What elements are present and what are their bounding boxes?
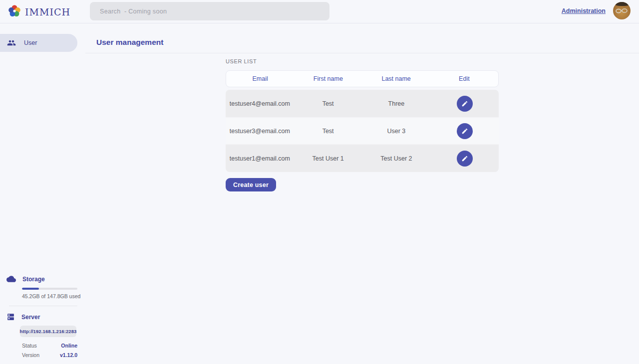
server-section: Server http://192.168.1.216:2283 Status … [0,313,85,358]
cell-last-name: Test User 2 [362,155,431,162]
cell-email: testuser1@email.com [226,155,294,162]
server-version-value: v1.12.0 [60,352,77,358]
storage-section: Storage 45.2GB of 147.8GB used [0,274,85,299]
sidebar-item-user[interactable]: User [0,34,77,52]
cell-first-name: Test [294,100,362,107]
table-header-row: Email First name Last name Edit [226,70,499,87]
server-url-badge: http://192.168.1.216:2283 [20,326,76,337]
pencil-icon [461,155,468,162]
column-header-last-name: Last name [362,75,430,82]
users-group-icon [7,38,16,47]
storage-progress-bar [22,288,77,290]
server-status-label: Status [22,343,37,349]
column-header-first-name: First name [294,75,362,82]
user-avatar[interactable] [613,2,631,19]
storage-usage-text: 45.2GB of 147.8GB used [22,293,85,299]
column-header-edit: Edit [430,75,498,82]
logo-wordmark: IMMICH [25,6,70,17]
edit-user-button[interactable] [457,96,473,112]
top-header: IMMICH Administration [0,0,639,23]
cell-first-name: Test User 1 [294,155,362,162]
storage-progress-fill [22,288,39,290]
sidebar-footer: Storage 45.2GB of 147.8GB used Server [0,274,85,358]
create-user-button[interactable]: Create user [226,178,276,191]
table-body: testuser4@email.com Test Three testuser3… [226,90,499,172]
pencil-icon [461,128,468,135]
server-icon [6,313,15,321]
edit-user-button[interactable] [457,123,473,139]
user-list-label: USER LIST [226,58,257,64]
pencil-icon [461,100,468,107]
table-row: testuser3@email.com Test User 3 [226,117,499,145]
column-header-email: Email [226,75,294,82]
cell-last-name: User 3 [362,128,431,135]
footer-divider [9,306,77,306]
cloud-icon [6,274,16,284]
immich-admin-page: IMMICH Administration User [0,0,639,364]
server-title: Server [21,314,40,321]
server-status-value: Online [61,343,77,349]
app-logo[interactable]: IMMICH [8,0,70,23]
table-row: testuser1@email.com Test User 1 Test Use… [226,145,499,172]
avatar-photo-detail [615,2,630,6]
cell-last-name: Three [362,100,431,107]
user-table: Email First name Last name Edit testuser… [226,70,499,172]
cell-first-name: Test [294,128,362,135]
cell-email: testuser3@email.com [226,128,294,135]
cell-email: testuser4@email.com [226,100,294,107]
edit-user-button[interactable] [457,151,473,167]
storage-title: Storage [22,276,45,283]
glasses-icon [615,8,629,14]
server-version-label: Version [22,352,39,358]
sidebar-item-label: User [24,39,37,46]
immich-flower-icon [8,4,21,19]
administration-link[interactable]: Administration [562,7,606,14]
title-divider [85,53,639,53]
page-title: User management [96,38,163,47]
search-input[interactable] [90,2,329,20]
table-row: testuser4@email.com Test Three [226,90,499,117]
admin-sidebar: User Storage 45.2GB of 147.8GB used [0,23,85,364]
